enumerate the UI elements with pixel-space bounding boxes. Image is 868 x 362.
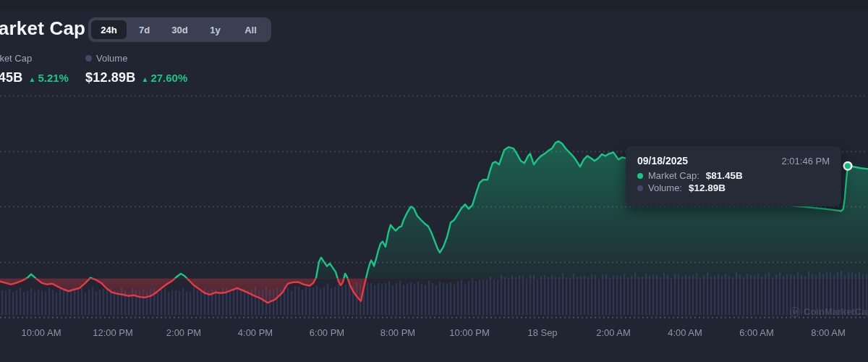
volume-dot-icon xyxy=(637,185,643,191)
time-range-selector: 24h 7d 30d 1y All xyxy=(88,17,271,42)
market-cap-dot-icon xyxy=(637,173,643,179)
chart-tooltip: 09/18/2025 2:01:46 PM Market Cap: $81.45… xyxy=(626,146,841,206)
volume-change: 27.60% xyxy=(150,72,187,84)
x-tick-label: 18 Sep xyxy=(527,327,557,338)
range-button-30d[interactable]: 30d xyxy=(162,20,197,39)
x-tick-label: 8:00 AM xyxy=(811,327,846,338)
x-tick-label: 10:00 PM xyxy=(449,327,490,338)
coinmarketcap-logo-icon: M xyxy=(790,307,800,317)
x-tick-label: 10:00 AM xyxy=(22,327,61,338)
tooltip-time: 2:01:46 PM xyxy=(782,156,830,167)
watermark-text: CoinMarketCap xyxy=(804,306,868,317)
volume-dot-icon xyxy=(85,55,92,62)
x-tick-label: 6:00 PM xyxy=(310,327,344,338)
x-tick-label: 8:00 PM xyxy=(380,327,415,338)
tooltip-date: 09/18/2025 xyxy=(637,155,688,167)
range-button-7d[interactable]: 7d xyxy=(127,20,162,39)
coinmarketcap-watermark: M CoinMarketCap xyxy=(790,306,868,317)
range-button-all[interactable]: All xyxy=(233,20,268,39)
x-tick-label: 6:00 AM xyxy=(739,327,774,338)
up-triangle-icon: ▲ xyxy=(141,75,148,83)
legend-volume[interactable]: Volume $12.89B ▲ 27.60% xyxy=(85,53,187,85)
range-button-24h[interactable]: 24h xyxy=(91,20,127,39)
market-cap-value: $81.45B xyxy=(0,70,22,85)
tooltip-volume-label: Volume: xyxy=(648,183,682,193)
volume-label: Volume xyxy=(96,53,127,64)
up-triangle-icon: ▲ xyxy=(28,75,35,83)
x-tick-label: 4:00 AM xyxy=(668,327,702,338)
tooltip-market-cap-label: Market Cap: xyxy=(648,171,699,181)
range-button-1y[interactable]: 1y xyxy=(197,20,233,39)
page-title: Market Cap xyxy=(0,17,85,40)
x-tick-label: 2:00 AM xyxy=(596,327,631,338)
volume-value: $12.89B xyxy=(85,70,135,85)
tooltip-volume-value: $12.89B xyxy=(689,183,726,193)
x-tick-label: 12:00 PM xyxy=(93,327,133,338)
market-cap-label: Market Cap xyxy=(0,53,32,64)
market-cap-change: 5.21% xyxy=(38,72,69,84)
tooltip-market-cap-value: $81.45B xyxy=(706,171,743,181)
x-tick-label: 2:00 PM xyxy=(166,327,201,338)
x-tick-label: 4:00 PM xyxy=(238,327,273,338)
legend-market-cap[interactable]: Market Cap $81.45B ▲ 5.21% xyxy=(0,53,69,85)
